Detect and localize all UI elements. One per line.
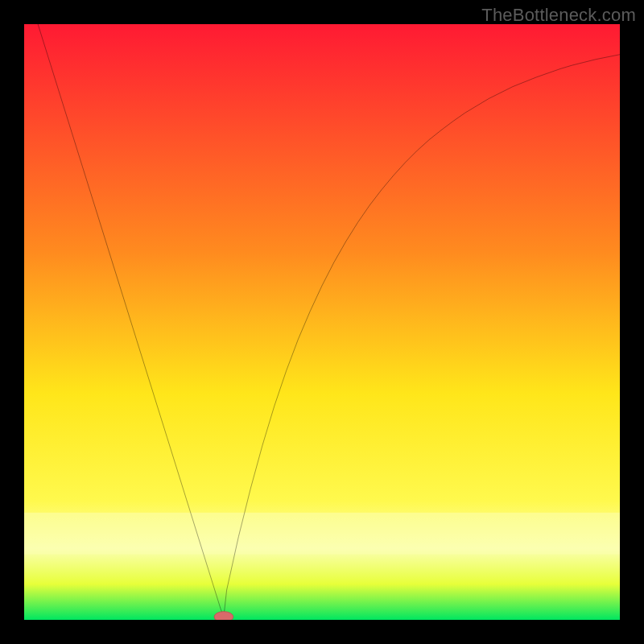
chart-svg <box>24 24 620 620</box>
pale-band <box>24 513 620 555</box>
watermark-text: TheBottleneck.com <box>481 5 636 26</box>
plot-area <box>24 24 620 620</box>
optimal-marker <box>214 612 233 620</box>
outer-frame: TheBottleneck.com <box>0 0 644 644</box>
